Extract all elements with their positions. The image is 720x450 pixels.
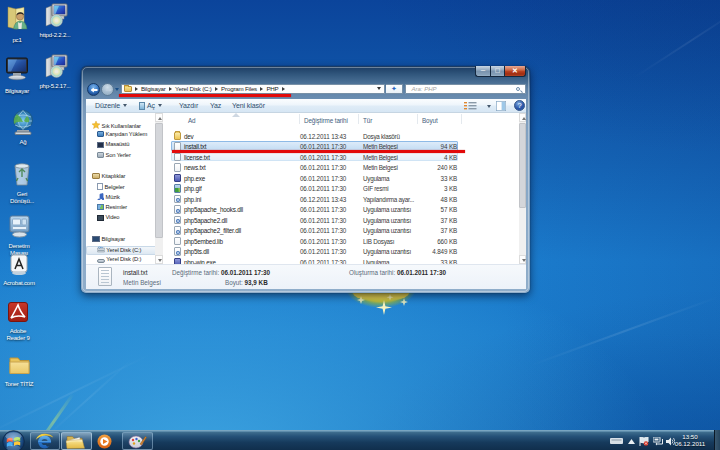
svg-text:?: ? <box>517 101 521 110</box>
